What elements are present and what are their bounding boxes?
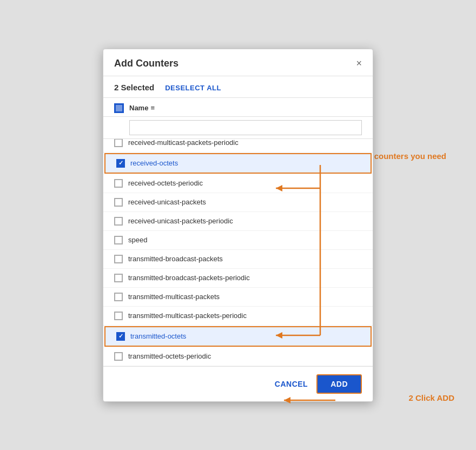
selected-count-tab: 2 Selected: [114, 83, 154, 97]
checkmark-icon: ✓: [118, 333, 123, 339]
item-label: speed: [128, 236, 147, 244]
sort-icon: ≡: [150, 104, 155, 112]
list-item[interactable]: received-multicast-packets-periodic: [103, 139, 373, 153]
list-item[interactable]: received-octets-periodic: [103, 174, 373, 193]
list-item[interactable]: transmitted-octets-periodic: [103, 347, 373, 366]
add-button[interactable]: ADD: [316, 374, 362, 394]
item-label: received-unicast-packets-periodic: [128, 217, 233, 225]
item-checkbox[interactable]: ✓: [116, 332, 125, 341]
item-checkbox[interactable]: [114, 312, 123, 320]
modal-tabs: 2 Selected DESELECT ALL: [103, 76, 373, 98]
modal-title: Add Counters: [114, 58, 178, 69]
name-filter-input[interactable]: [129, 120, 362, 135]
modal-footer: CANCEL ADD: [103, 366, 373, 401]
item-checkbox[interactable]: [114, 217, 123, 226]
item-label: transmitted-multicast-packets-periodic: [128, 312, 247, 320]
list-item[interactable]: transmitted-broadcast-packets-periodic: [103, 269, 373, 288]
callout-2: 2 Click ADD: [409, 393, 454, 402]
modal-header: Add Counters ×: [103, 49, 373, 76]
close-button[interactable]: ×: [356, 58, 362, 68]
item-label: received-octets-periodic: [128, 179, 203, 187]
list-item[interactable]: transmitted-multicast-packets: [103, 288, 373, 307]
select-all-checkbox[interactable]: [114, 103, 124, 113]
list-item[interactable]: ✓transmitted-octets: [104, 326, 372, 347]
list-item[interactable]: ✓received-octets: [104, 153, 372, 174]
item-label: transmitted-multicast-packets: [128, 293, 220, 301]
select-all-checkbox-inner: [116, 105, 122, 111]
item-checkbox[interactable]: [114, 139, 123, 147]
item-label: transmitted-octets-periodic: [128, 352, 211, 360]
item-label: transmitted-broadcast-packets-periodic: [128, 274, 250, 282]
item-checkbox[interactable]: [114, 352, 123, 361]
items-list: received-multicast-packets-periodic✓rece…: [103, 139, 373, 366]
table-header-row: Name ≡: [103, 98, 373, 117]
item-checkbox[interactable]: [114, 255, 123, 263]
item-checkbox[interactable]: [114, 274, 123, 282]
item-checkbox[interactable]: [114, 236, 123, 244]
list-item[interactable]: transmitted-multicast-packets-periodic: [103, 307, 373, 326]
item-checkbox[interactable]: ✓: [116, 159, 125, 168]
list-item[interactable]: speed: [103, 231, 373, 250]
add-counters-modal: Add Counters × 2 Selected DESELECT ALL N…: [103, 49, 373, 402]
page-wrapper: Add Counters × 2 Selected DESELECT ALL N…: [0, 0, 476, 450]
item-label: transmitted-broadcast-packets: [128, 255, 223, 263]
item-label: transmitted-octets: [130, 332, 186, 340]
item-label: received-multicast-packets-periodic: [128, 139, 239, 147]
item-checkbox[interactable]: [114, 293, 123, 301]
cancel-button[interactable]: CANCEL: [275, 380, 308, 388]
deselect-all-button[interactable]: DESELECT ALL: [165, 84, 221, 96]
item-label: received-unicast-packets: [128, 198, 206, 206]
checkmark-icon: ✓: [118, 160, 123, 166]
list-item[interactable]: received-unicast-packets-periodic: [103, 212, 373, 231]
item-label: received-octets: [130, 159, 178, 167]
item-checkbox[interactable]: [114, 198, 123, 207]
list-item[interactable]: transmitted-broadcast-packets: [103, 250, 373, 269]
table-area: Name ≡ received-multicast-packets-period…: [103, 98, 373, 366]
item-checkbox[interactable]: [114, 179, 123, 188]
list-item[interactable]: received-unicast-packets: [103, 193, 373, 212]
name-column-header: Name ≡: [129, 104, 155, 112]
filter-row: [103, 117, 373, 139]
